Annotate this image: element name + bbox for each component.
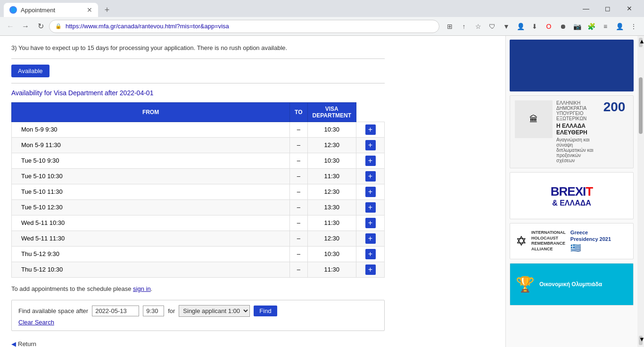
cell-to: 11:30	[307, 215, 356, 231]
menu-button[interactable]: ⋮	[627, 20, 640, 33]
sidebar-banner-1[interactable]	[510, 40, 634, 91]
cell-add[interactable]: +	[356, 137, 385, 153]
add-appointment-button[interactable]: +	[365, 233, 376, 244]
cell-add[interactable]: +	[356, 246, 385, 262]
return-link[interactable]: ◀ Return	[11, 337, 385, 347]
sidebar-button[interactable]: ≡	[599, 20, 612, 33]
scroll-up-arrow[interactable]: ▲	[639, 38, 643, 47]
refresh-button[interactable]: ↻	[34, 20, 47, 33]
cell-dash: –	[290, 168, 307, 184]
cell-add[interactable]: +	[356, 215, 385, 231]
cell-add[interactable]: +	[356, 184, 385, 199]
page-scrollbar[interactable]: ▲ ▼	[637, 36, 644, 347]
main-content-area: 3) You have to expect up to 15 days for …	[0, 36, 505, 347]
find-date-input[interactable]	[92, 306, 139, 316]
table-row: Tue 5-10 12:30 – 13:30 +	[12, 199, 385, 215]
table-row: Tue 5-10 9:30 – 10:30 +	[12, 153, 385, 168]
cell-from: Tue 5-10 12:30	[12, 199, 290, 215]
address-bar[interactable]: 🔒 https://www.mfa.gr/canada/rantevou.htm…	[49, 20, 439, 33]
cell-add[interactable]: +	[356, 231, 385, 246]
cell-from: Mon 5-9 11:30	[12, 137, 290, 153]
vpn-button[interactable]: ▼	[500, 20, 513, 33]
find-label: Find available space after	[18, 307, 88, 314]
sidebar-card-brexit[interactable]: BREXIT & ΕΛΛΑΔΑ	[510, 172, 634, 219]
add-appointment-button[interactable]: +	[365, 140, 376, 150]
clear-search-link[interactable]: Clear Search	[18, 319, 54, 326]
download-button[interactable]: ⬇	[528, 20, 541, 33]
bookmark-button[interactable]: ☆	[471, 20, 485, 33]
url-display: https://www.mfa.gr/canada/rantevou.html?…	[66, 23, 433, 30]
add-appointment-button[interactable]: +	[365, 187, 376, 197]
cell-add[interactable]: +	[356, 122, 385, 137]
appointments-table: FROM TO VISA DEPARTMENT Mon 5-9 9:30 – 1…	[11, 102, 385, 278]
add-appointment-button[interactable]: +	[365, 156, 376, 166]
cell-to: 10:30	[307, 246, 356, 262]
available-button[interactable]: Available	[11, 65, 50, 77]
account-button[interactable]: 👤	[613, 20, 626, 33]
opera-button[interactable]: O	[542, 20, 555, 33]
sidebar-card-greece[interactable]: 🏛 ΕΛΛΗΝΙΚΗ ΔΗΜΟΚΡΑΤΙΑΥΠΟΥΡΓΕΙΟ ΕΞΩΤΕΡΙΚΩ…	[510, 95, 634, 168]
col-visa: VISA DEPARTMENT	[307, 102, 356, 122]
new-tab-button[interactable]: +	[100, 3, 114, 17]
find-form-row: Find available space after for Single ap…	[18, 305, 378, 317]
divider-1	[11, 58, 385, 59]
sidebar-card-olympiad[interactable]: 🏆 Οικονομική Ολυμπιάδα	[510, 263, 634, 306]
cell-dash: –	[290, 231, 307, 246]
cell-add[interactable]: +	[356, 153, 385, 168]
tab-title: Appointment	[21, 7, 83, 14]
find-button[interactable]: Find	[254, 306, 277, 316]
cell-dash: –	[290, 184, 307, 199]
tab-close-button[interactable]: ✕	[87, 6, 92, 14]
add-appointment-button[interactable]: +	[365, 249, 376, 259]
cell-dash: –	[290, 215, 307, 231]
record-button[interactable]: ⏺	[556, 20, 570, 33]
cell-dash: –	[290, 199, 307, 215]
col-from: FROM	[12, 102, 290, 122]
forward-button[interactable]: →	[19, 20, 32, 33]
add-appointment-button[interactable]: +	[365, 202, 376, 213]
cell-dash: –	[290, 122, 307, 137]
scroll-thumb[interactable]	[639, 77, 643, 134]
for-label: for	[168, 307, 175, 314]
cell-from: Thu 5-12 9:30	[12, 246, 290, 262]
cell-to: 12:30	[307, 231, 356, 246]
add-appointment-button[interactable]: +	[365, 218, 376, 228]
sign-in-note: To add appointments to the schedule plea…	[11, 285, 385, 292]
profile-button[interactable]: 👤	[514, 20, 527, 33]
sidebar-card-holocaust[interactable]: ✡ INTERNATIONALHOLOCAUSTREMEMBRANCEALLIA…	[510, 223, 634, 259]
cell-add[interactable]: +	[356, 199, 385, 215]
cell-from: Wed 5-11 11:30	[12, 231, 290, 246]
cell-from: Tue 5-10 11:30	[12, 184, 290, 199]
col-to: TO	[290, 102, 307, 122]
minimize-button[interactable]: —	[575, 1, 597, 16]
table-row: Mon 5-9 9:30 – 10:30 +	[12, 122, 385, 137]
add-appointment-button[interactable]: +	[365, 264, 376, 275]
window-controls: — ◻ ✕	[575, 0, 644, 17]
add-appointment-button[interactable]: +	[365, 171, 376, 182]
table-row: Thu 5-12 10:30 – 11:30 +	[12, 262, 385, 277]
share-button[interactable]: ↑	[457, 20, 471, 33]
cell-dash: –	[290, 137, 307, 153]
shield-button[interactable]: 🛡	[486, 20, 499, 33]
cell-from: Tue 5-10 10:30	[12, 168, 290, 184]
translate-button[interactable]: ⊞	[443, 20, 456, 33]
cell-dash: –	[290, 262, 307, 277]
add-appointment-button[interactable]: +	[365, 124, 376, 135]
back-button[interactable]: ←	[4, 20, 17, 33]
sign-in-link[interactable]: sign in	[133, 285, 151, 292]
browser-tab[interactable]: 🌐 Appointment ✕	[4, 3, 98, 17]
table-row: Wed 5-11 11:30 – 12:30 +	[12, 231, 385, 246]
cell-add[interactable]: +	[356, 262, 385, 277]
applicant-select[interactable]: Single applicant 1:00 Single applicant 2…	[179, 305, 250, 317]
close-button[interactable]: ✕	[619, 1, 640, 16]
maximize-button[interactable]: ◻	[597, 1, 619, 16]
cell-add[interactable]: +	[356, 168, 385, 184]
scroll-down-arrow[interactable]: ▼	[639, 336, 643, 345]
cell-from: Tue 5-10 9:30	[12, 153, 290, 168]
divider-2	[11, 83, 385, 83]
screenshot-button[interactable]: 📷	[570, 20, 584, 33]
find-time-input[interactable]	[143, 306, 164, 316]
find-form-box: Find available space after for Single ap…	[11, 300, 385, 331]
extensions-button[interactable]: 🧩	[585, 20, 598, 33]
cell-to: 10:30	[307, 153, 356, 168]
